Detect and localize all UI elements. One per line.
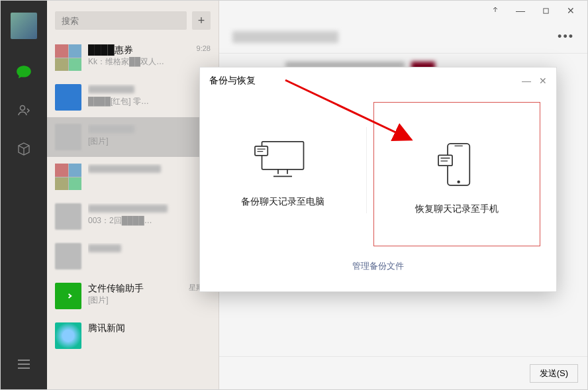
svg-point-0 (21, 106, 25, 111)
chat-item-title: 腾讯新闻 (88, 322, 211, 334)
svg-rect-2 (262, 142, 304, 170)
phone-icon (424, 140, 490, 193)
dialog-close-icon[interactable]: ✕ (539, 75, 547, 86)
monitor-icon (250, 132, 316, 185)
backup-option-label: 备份聊天记录至电脑 (241, 196, 324, 208)
dialog-minimize-icon[interactable]: — (522, 75, 531, 86)
contacts-tab-icon[interactable] (11, 97, 37, 124)
close-icon[interactable]: ✕ (560, 1, 582, 20)
more-icon[interactable]: ••• (558, 30, 574, 44)
chat-list-panel: + ████惠券 Kk：维格家██双人… 9:28 ████[红包] 零… [图… (47, 1, 219, 389)
chat-list-item[interactable]: [图片] (47, 117, 219, 157)
manage-backup-link[interactable]: 管理备份文件 (352, 261, 404, 271)
restore-option-label: 恢复聊天记录至手机 (415, 203, 499, 215)
backup-restore-dialog: 备份与恢复 — ✕ 备份聊天记录至电脑 (199, 67, 557, 292)
chat-list-item[interactable] (47, 236, 219, 276)
chat-item-time: 9:28 (197, 44, 211, 52)
chat-list-item[interactable]: 腾讯新闻 (47, 316, 219, 356)
dialog-title: 备份与恢复 (209, 75, 256, 87)
restore-to-phone-option[interactable]: 恢复聊天记录至手机 (373, 102, 541, 246)
window-titlebar: — ✕ (219, 1, 587, 21)
chat-item-title: ████惠券 (88, 44, 211, 56)
svg-rect-6 (438, 155, 452, 166)
divider (366, 127, 367, 213)
svg-rect-1 (543, 8, 548, 13)
backup-to-pc-option[interactable]: 备份聊天记录至电脑 (200, 94, 366, 246)
file-transfer-icon (55, 283, 81, 309)
chat-tab-icon[interactable] (11, 59, 37, 85)
chat-item-preview: Kk：维格家██双人… (88, 56, 211, 68)
pin-window-icon[interactable] (484, 1, 507, 20)
chat-item-preview: [图片] (88, 136, 211, 147)
chat-header-title (232, 31, 338, 43)
chat-item-preview: [图片] (88, 295, 211, 306)
user-avatar[interactable] (11, 13, 37, 39)
send-button[interactable]: 发送(S) (530, 364, 578, 383)
chat-list-item[interactable]: 003：2回████… (47, 197, 219, 236)
chat-list-item[interactable]: 文件传输助手 [图片] 星期一 (47, 276, 219, 316)
search-input[interactable] (55, 11, 187, 30)
chat-list-item[interactable]: ████惠券 Kk：维格家██双人… 9:28 (47, 38, 219, 77)
menu-icon[interactable] (11, 351, 37, 377)
svg-point-5 (457, 180, 460, 183)
chat-item-preview: 003：2回████… (88, 215, 211, 226)
chat-header: ••• (219, 21, 587, 54)
svg-rect-3 (255, 146, 268, 156)
chat-item-preview: ████[红包] 零… (88, 96, 211, 107)
chat-list-item[interactable]: ████[红包] 零… (47, 77, 219, 117)
chat-list-item[interactable] (47, 157, 219, 197)
app-sidebar (1, 1, 47, 389)
add-button[interactable]: + (192, 11, 211, 30)
minimize-icon[interactable]: — (509, 1, 532, 20)
box-tab-icon[interactable] (11, 136, 37, 162)
input-toolbar: 发送(S) (219, 356, 587, 389)
maximize-icon[interactable] (534, 1, 557, 20)
